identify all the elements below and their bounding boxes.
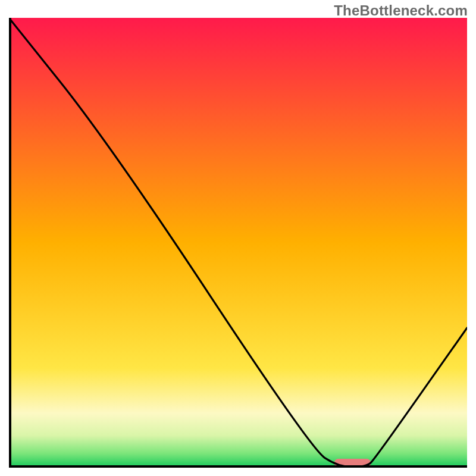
gradient-background (9, 18, 467, 467)
bottleneck-chart: TheBottleneck.com (0, 0, 476, 476)
chart-svg (9, 18, 467, 467)
watermark-text: TheBottleneck.com (334, 2, 468, 19)
y-axis-line (9, 18, 11, 467)
plot-area (9, 18, 467, 467)
x-axis-line (9, 465, 467, 468)
